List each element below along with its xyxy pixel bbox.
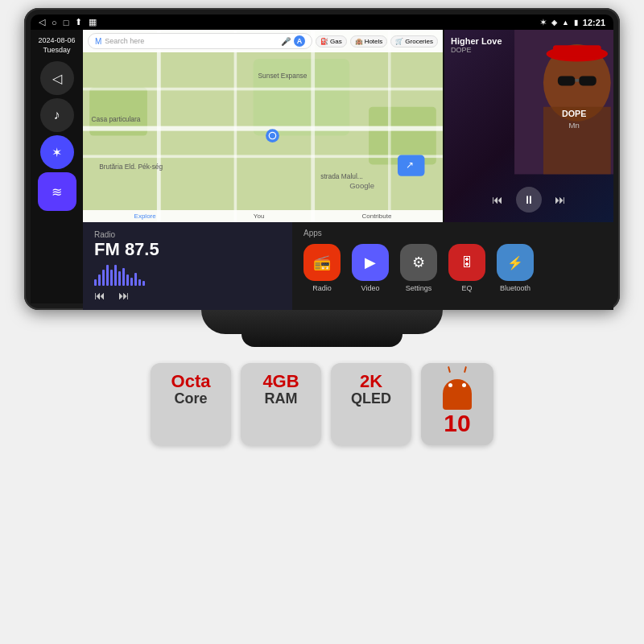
apps-grid: 📻 Radio ▶ Video (303, 244, 604, 292)
app-settings-label: Settings (406, 284, 432, 292)
radio-prev-button[interactable]: ⏮ (94, 289, 105, 302)
map-contribute[interactable]: Contribute (361, 213, 391, 220)
home-circle-icon[interactable]: ○ (52, 18, 57, 27)
device-stand (201, 310, 443, 334)
app-video-icon: ▶ (352, 244, 389, 281)
svg-rect-10 (388, 30, 391, 222)
map-cat-hotels[interactable]: 🏨Hotels (350, 35, 388, 47)
main-content: M Search here 🎤 A ⛽Gas 🏨Hotels 🛒Grocerie… (83, 30, 613, 303)
spec-octa-line1: Octa (163, 373, 218, 390)
music-title: Higher Love (451, 36, 502, 46)
apps-label: Apps (303, 229, 604, 237)
spec-ram: 4GB RAM (241, 363, 321, 445)
app-radio[interactable]: 📻 Radio (303, 244, 341, 292)
app-settings-icon: ⚙ (400, 244, 437, 281)
radio-next-button[interactable]: ⏭ (118, 289, 130, 302)
map-header: M Search here 🎤 A ⛽Gas 🏨Hotels 🛒Grocerie… (83, 30, 443, 52)
sidebar-music-button[interactable]: ♪ (40, 98, 74, 132)
svg-rect-27 (575, 79, 579, 82)
radio-label: Radio (94, 230, 281, 239)
app-settings[interactable]: ⚙ Settings (400, 244, 437, 292)
music-artist: DOPE (451, 46, 502, 54)
radio-widget: Radio FM 87.5 (83, 222, 292, 310)
music-background: DOPE Mn Higher Love DOPE ⏮ ⏸ (444, 30, 613, 222)
sidebar-nav-button[interactable]: ◁ (40, 61, 74, 95)
device-base (242, 334, 402, 347)
android-icon: 10 (434, 373, 481, 436)
svg-rect-26 (579, 76, 597, 85)
svg-text:strada Malul...: strada Malul... (320, 172, 363, 180)
top-row: M Search here 🎤 A ⛽Gas 🏨Hotels 🛒Grocerie… (83, 30, 613, 222)
battery-status-icon: ▮ (574, 19, 578, 27)
app-video-label: Video (361, 284, 380, 292)
music-controls: ⏮ ⏸ ⏭ (444, 187, 613, 213)
device-container: ◁ ○ □ ⬆ ▦ ✶ ◈ ▲ ▮ 12:21 2024-08-06 Tuesd… (16, 8, 628, 445)
spec-display: 2K QLED (331, 363, 411, 445)
bottom-row: Radio FM 87.5 (83, 222, 613, 310)
music-prev-button[interactable]: ⏮ (492, 193, 503, 206)
status-bar-left: ◁ ○ □ ⬆ ▦ (39, 17, 97, 27)
radio-frequency: FM 87.5 (94, 239, 281, 260)
svg-text:DOPE: DOPE (562, 109, 586, 118)
app-eq[interactable]: 🎛 EQ (448, 244, 485, 292)
clock: 12:21 (583, 18, 605, 27)
map-you[interactable]: You (254, 213, 265, 220)
back-nav-icon[interactable]: ◁ (39, 17, 45, 27)
svg-rect-29 (553, 45, 601, 56)
sidebar-layers-button[interactable]: ≋ (38, 172, 76, 211)
svg-text:Mn: Mn (569, 121, 580, 130)
svg-rect-8 (234, 30, 237, 222)
app-eq-icon: 🎛 (448, 244, 485, 281)
android-version: 10 (444, 411, 470, 436)
map-search-box[interactable]: M Search here 🎤 A (88, 33, 312, 49)
music-play-button[interactable]: ⏸ (516, 187, 542, 213)
screen-bezel: ◁ ○ □ ⬆ ▦ ✶ ◈ ▲ ▮ 12:21 2024-08-06 Tuesd… (24, 8, 620, 310)
sidebar-date: 2024-08-06 Tuesday (38, 36, 75, 55)
spec-display-line2: QLED (344, 390, 398, 408)
location-status-icon: ◈ (551, 19, 557, 27)
map-widget[interactable]: M Search here 🎤 A ⛽Gas 🏨Hotels 🛒Grocerie… (83, 30, 443, 222)
app-radio-label: Radio (312, 284, 332, 292)
svg-text:Sunset Expanse: Sunset Expanse (258, 72, 308, 80)
map-explore[interactable]: Explore (134, 213, 156, 220)
svg-text:Google: Google (349, 181, 374, 190)
bluetooth-status-icon: ✶ (540, 19, 547, 27)
sidebar-bluetooth-button[interactable]: ✶ (40, 135, 74, 169)
svg-text:Casa particulara: Casa particulara (92, 115, 141, 123)
svg-rect-25 (558, 76, 576, 85)
app-video[interactable]: ▶ Video (352, 244, 389, 292)
app-bluetooth-label: Bluetooth (500, 284, 530, 292)
map-cat-gas[interactable]: ⛽Gas (316, 35, 347, 47)
map-svg: Casa particulara Brutăria Eld. Pék-ség S… (83, 30, 443, 222)
svg-rect-2 (254, 59, 350, 136)
svg-rect-7 (157, 30, 161, 222)
sidebar: 2024-08-06 Tuesday ◁ ♪ ✶ ≋ (31, 30, 83, 303)
app-radio-icon: 📻 (303, 244, 341, 281)
app-eq-label: EQ (461, 284, 472, 292)
spec-display-line1: 2K (344, 373, 398, 390)
music-widget: DOPE Mn Higher Love DOPE ⏮ ⏸ (444, 30, 613, 222)
app-bluetooth[interactable]: ⚡ Bluetooth (497, 244, 534, 292)
wifi-status-icon: ▲ (562, 19, 569, 27)
radio-controls: ⏮ ⏭ (94, 289, 281, 302)
spec-octa-line2: Core (163, 390, 218, 408)
svg-point-17 (270, 133, 275, 138)
app-bluetooth-icon: ⚡ (497, 244, 534, 281)
usb-icon: ⬆ (75, 17, 82, 27)
music-next-button[interactable]: ⏭ (555, 193, 566, 206)
map-mic-icon[interactable]: 🎤 (281, 37, 291, 46)
svg-rect-9 (311, 30, 315, 222)
status-bar: ◁ ○ □ ⬆ ▦ ✶ ◈ ▲ ▮ 12:21 (31, 14, 613, 30)
spec-android: 10 (421, 363, 493, 445)
map-cat-groceries[interactable]: 🛒Groceries (390, 35, 438, 47)
screen-content: 2024-08-06 Tuesday ◁ ♪ ✶ ≋ M (31, 30, 613, 303)
radio-wave-visualizer (94, 263, 281, 286)
spec-octa-core: Octa Core (151, 363, 231, 445)
spec-ram-line2: RAM (254, 390, 308, 408)
svg-text:Brutăria Eld. Pék-ség: Brutăria Eld. Pék-ség (99, 163, 163, 171)
status-bar-right: ✶ ◈ ▲ ▮ 12:21 (540, 18, 605, 27)
map-categories: ⛽Gas 🏨Hotels 🛒Groceries (316, 35, 438, 47)
screenshot-icon: ▦ (89, 17, 97, 27)
recents-square-icon[interactable]: □ (64, 18, 69, 27)
spec-ram-line1: 4GB (254, 373, 308, 390)
